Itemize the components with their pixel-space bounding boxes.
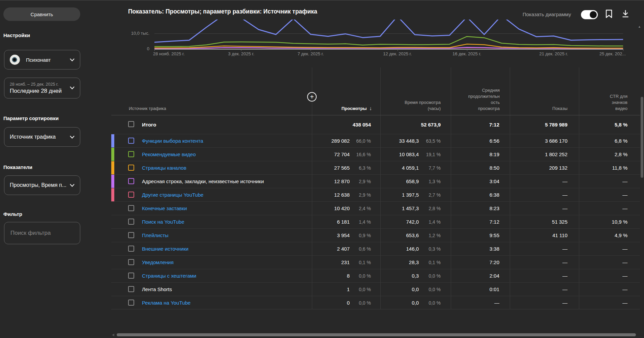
x-axis-tick [467, 49, 467, 51]
series-color-bar [111, 148, 114, 161]
chart-line-1 [154, 20, 623, 42]
metrics-heading: Показатели [3, 164, 32, 170]
show-chart-toggle[interactable] [581, 10, 598, 19]
date-range-dropdown[interactable]: 28 нояб. – 25 дек. 2025 г. Последние 28 … [4, 78, 80, 98]
show-chart-label: Показать диаграмму [523, 11, 571, 17]
filter-heading: Фильтр [3, 211, 22, 217]
bookmark-icon[interactable] [605, 9, 615, 20]
impressions-value: — [562, 256, 567, 269]
views-percent: 1,4 % [347, 215, 371, 229]
row-checkbox[interactable] [128, 246, 134, 252]
filter-search-input[interactable] [4, 222, 80, 244]
channel-dropdown[interactable]: Психонавт [4, 50, 80, 69]
traffic-source-link[interactable]: Плейлисты [142, 229, 169, 242]
column-header-watch-time[interactable]: Время просмотра (часы) [396, 100, 441, 112]
row-checkbox[interactable] [128, 259, 134, 265]
table-row: Другие страницы YouTube12 6382,9 %1 397,… [111, 188, 640, 201]
row-checkbox[interactable] [128, 286, 134, 292]
traffic-source-link[interactable]: Уведомления [142, 256, 174, 269]
horizontal-scrollbar[interactable] [117, 333, 636, 336]
page-title: Показатель: Просмотры; параметр разбивки… [128, 8, 317, 15]
ctr-value: — [622, 175, 627, 188]
impressions-value: 209 132 [549, 161, 567, 175]
traffic-source-link[interactable]: Поиск на YouTube [142, 215, 184, 229]
traffic-source-link[interactable]: Реклама на YouTube [142, 296, 191, 310]
select-all-checkbox[interactable] [128, 121, 134, 127]
traffic-source-link[interactable]: Другие страницы YouTube [142, 188, 203, 202]
x-axis-tick [154, 49, 155, 51]
watch-hours-percent: 2,8 % [417, 202, 441, 215]
metrics-value: Просмотры, Время п... [10, 182, 66, 188]
chevron-down-icon [70, 58, 75, 61]
row-checkbox[interactable] [128, 138, 134, 144]
impressions-value: — [562, 188, 567, 202]
views-percent: 0,6 % [347, 242, 371, 256]
views-percent: 2,9 % [347, 175, 371, 188]
ctr-value: 11,8 % [612, 161, 627, 175]
watch-hours-percent: 0,0 % [417, 269, 441, 283]
views-percent: 6,3 % [347, 161, 371, 175]
impressions-value: 1 802 252 [545, 148, 567, 161]
ctr-value: — [622, 202, 627, 215]
ctr-value: — [622, 283, 627, 296]
column-header-ctr[interactable]: CTR для значков видео [603, 93, 627, 112]
avg-duration-value: — [494, 296, 499, 310]
impressions-value: — [562, 242, 567, 256]
add-metric-button[interactable]: + [307, 92, 317, 102]
sort-parameter-dropdown[interactable]: Источник трафика [4, 127, 80, 147]
row-checkbox[interactable] [128, 300, 134, 306]
watch-hours-percent: 0,1 % [417, 256, 441, 269]
y-axis-gridline-label: 10,0 тыс. [110, 31, 149, 36]
chevron-down-icon [70, 184, 75, 187]
vertical-scrollbar[interactable] [641, 97, 643, 178]
metrics-dropdown[interactable]: Просмотры, Время п... [4, 175, 80, 195]
watch-hours-percent: 0,3 % [417, 242, 441, 256]
traffic-source-link[interactable]: Страницы каналов [142, 161, 186, 175]
table-row: Конечные заставки10 4202,4 %1 457,32,8 %… [111, 201, 640, 215]
table-row: Внешние источники2 4070,6 %146,00,3 %3:3… [111, 242, 640, 255]
x-axis-label: 7 дек. 2025 г. [297, 51, 324, 56]
compare-button[interactable]: Сравнить [3, 7, 80, 21]
impressions-value: 3 686 170 [545, 134, 567, 148]
row-checkbox[interactable] [128, 178, 134, 184]
traffic-source-link[interactable]: Конечные заставки [142, 202, 187, 215]
views-percent: 16,6 % [347, 148, 371, 161]
hscroll-left-arrow-icon[interactable] [112, 334, 114, 336]
ctr-value: — [622, 296, 627, 310]
channel-avatar [10, 55, 20, 65]
traffic-source-link[interactable]: Страницы с хештегами [142, 269, 196, 283]
column-header-traffic-source[interactable]: Источник трафика [129, 106, 166, 112]
row-checkbox[interactable] [128, 151, 134, 157]
scroll-up-arrow-icon[interactable]: ▲ [638, 25, 641, 28]
row-checkbox[interactable] [128, 165, 134, 171]
traffic-source-link[interactable]: Внешние источники [142, 242, 188, 256]
row-checkbox[interactable] [128, 219, 134, 225]
row-checkbox[interactable] [128, 205, 134, 211]
row-checkbox[interactable] [128, 232, 134, 238]
watch-hours-percent: 1,4 % [417, 215, 441, 229]
row-checkbox[interactable] [128, 273, 134, 279]
column-header-impressions[interactable]: Показы [552, 106, 567, 112]
views-percent: 0,0 % [347, 283, 371, 296]
traffic-source-link[interactable]: Функции выбора контента [142, 134, 203, 148]
sidebar: Сравнить Настройки Психонавт 28 нояб. – … [0, 0, 92, 338]
date-preset-text: Последние 28 дней [10, 88, 62, 94]
download-icon[interactable] [621, 9, 632, 20]
traffic-source-label: Адресная строка, закладки, неизвестные и… [142, 175, 264, 188]
avg-duration-value: 0:01 [490, 283, 499, 296]
traffic-source-link[interactable]: Рекомендуемые видео [142, 148, 196, 161]
column-header-avg-duration[interactable]: Средняя продолжительность просмотра [468, 87, 500, 112]
table-row: Рекомендуемые видео72 70416,6 %10 083,41… [111, 147, 640, 161]
avg-duration-value: 3:38 [490, 242, 499, 256]
row-checkbox[interactable] [128, 192, 134, 198]
watch-hours-percent: 0,0 % [417, 296, 441, 310]
x-axis-tick [311, 49, 311, 51]
top-divider [0, 0, 644, 1]
views-value: 289 082 [331, 134, 350, 148]
avg-duration-value: 8:50 [490, 161, 499, 175]
avg-duration-value: 8:23 [490, 202, 499, 215]
column-header-views-sorted[interactable]: Просмотры↓ [342, 105, 372, 112]
watch-hours-percent: 7,7 % [417, 161, 441, 175]
table-row: Уведомления2310,1 %28,30,1 %7:20—— [111, 255, 640, 269]
table-row: Адресная строка, закладки, неизвестные и… [111, 174, 640, 188]
